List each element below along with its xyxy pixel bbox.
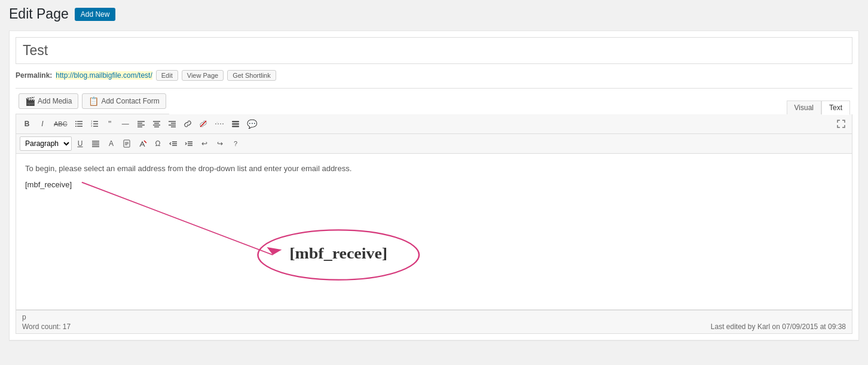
- svg-text:···: ···: [216, 121, 218, 124]
- svg-rect-27: [232, 121, 239, 123]
- undo-button[interactable]: ↩: [197, 136, 212, 151]
- svg-rect-28: [232, 123, 239, 125]
- post-title-input[interactable]: [16, 37, 852, 64]
- add-media-button[interactable]: 🎬 Add Media: [19, 93, 78, 109]
- word-count: Word count: 17: [22, 323, 71, 331]
- editor-toolbar-2: Paragraph U A Ω: [16, 134, 852, 154]
- last-edited: Last edited by Karl on 07/09/2015 at 09:…: [711, 323, 846, 331]
- get-shortlink-button[interactable]: Get Shortlink: [227, 70, 276, 81]
- tab-visual[interactable]: Visual: [787, 101, 821, 114]
- svg-line-39: [144, 141, 146, 143]
- insert-link-button[interactable]: [181, 117, 195, 131]
- svg-text:[mbf_receive]: [mbf_receive]: [289, 246, 387, 262]
- svg-rect-29: [232, 126, 239, 127]
- keyboard-shortcuts-button[interactable]: ?: [228, 136, 243, 151]
- clear-formatting-button[interactable]: [135, 136, 149, 151]
- media-icon: 🎬: [25, 96, 35, 106]
- outdent-button[interactable]: [166, 136, 181, 151]
- editor-toolbar-1: B I ABC 123 " —: [16, 114, 852, 134]
- editor-footer: p Word count: 17 Last edited by Karl on …: [16, 310, 852, 334]
- tab-text[interactable]: Text: [821, 101, 850, 115]
- page-title: Edit Page: [9, 6, 69, 22]
- editor-mode-tabs: Visual Text: [787, 101, 852, 114]
- editor-container: B I ABC 123 " —: [16, 114, 852, 310]
- insert-read-more-button[interactable]: ···: [212, 117, 227, 131]
- align-left-button[interactable]: [134, 117, 148, 131]
- align-right-button[interactable]: [165, 117, 179, 131]
- contact-form-icon: 📋: [88, 96, 99, 106]
- strikethrough-button[interactable]: ABC: [51, 117, 71, 131]
- permalink-url[interactable]: http://blog.mailbigfile.com/test/: [56, 71, 152, 80]
- editor-content-area[interactable]: To begin, please select an email address…: [16, 154, 852, 309]
- post-editor-box: Permalink: http://blog.mailbigfile.com/t…: [9, 31, 859, 340]
- distraction-free-button[interactable]: 💬: [244, 117, 260, 131]
- svg-point-3: [75, 121, 77, 122]
- permalink-base: http://blog.mailbigfile.com/: [56, 71, 139, 80]
- fullscreen-button[interactable]: [834, 117, 848, 131]
- underline-button[interactable]: U: [73, 136, 87, 151]
- text-color-button[interactable]: A: [104, 136, 118, 151]
- unordered-list-button[interactable]: [72, 117, 86, 131]
- align-center-button[interactable]: [149, 117, 164, 131]
- remove-link-button[interactable]: [196, 117, 210, 131]
- italic-button[interactable]: I: [35, 117, 50, 131]
- permalink-label: Permalink:: [16, 71, 52, 80]
- svg-point-4: [75, 123, 77, 124]
- justify-button[interactable]: [88, 136, 103, 151]
- edit-permalink-button[interactable]: Edit: [156, 70, 178, 81]
- editor-shortcode: [mbf_receive]: [25, 179, 843, 191]
- blockquote-button[interactable]: ": [103, 117, 117, 131]
- permalink-row: Permalink: http://blog.mailbigfile.com/t…: [16, 70, 852, 81]
- annotation-overlay: [mbf_receive]: [16, 154, 852, 309]
- editor-body-text: To begin, please select an email address…: [25, 163, 843, 175]
- bold-button[interactable]: B: [20, 117, 34, 131]
- media-toolbar: 🎬 Add Media 📋 Add Contact Form: [16, 89, 169, 114]
- svg-text:3: 3: [91, 124, 93, 127]
- toolbar-toggle-button[interactable]: [228, 117, 243, 131]
- ordered-list-button[interactable]: 123: [87, 117, 102, 131]
- add-new-button[interactable]: Add New: [75, 8, 116, 21]
- horizontal-rule-button[interactable]: —: [118, 117, 133, 131]
- svg-point-48: [258, 230, 419, 279]
- svg-marker-47: [267, 247, 282, 255]
- svg-point-5: [75, 126, 77, 127]
- add-contact-form-button[interactable]: 📋 Add Contact Form: [82, 93, 166, 109]
- view-page-button[interactable]: View Page: [182, 70, 224, 81]
- redo-button[interactable]: ↪: [213, 136, 227, 151]
- path-indicator: p: [22, 313, 26, 321]
- permalink-slug: test/: [139, 71, 152, 80]
- indent-button[interactable]: [182, 136, 196, 151]
- special-chars-button[interactable]: Ω: [151, 136, 165, 151]
- paste-from-word-button[interactable]: [120, 136, 134, 151]
- paragraph-select[interactable]: Paragraph: [20, 136, 72, 151]
- svg-line-46: [82, 182, 273, 255]
